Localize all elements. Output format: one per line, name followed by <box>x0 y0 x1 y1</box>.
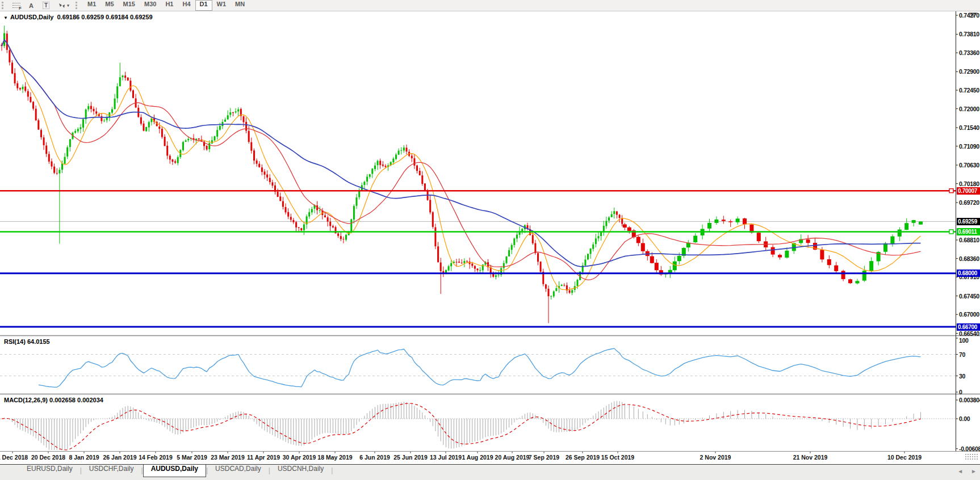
moving-average-line-8 <box>2 40 921 290</box>
chart-title: ▼AUDUSD,Daily 0.69186 0.69259 0.69184 0.… <box>3 14 153 20</box>
date-tick-label: 26 Jan 2019 <box>103 454 137 461</box>
macd-tick-label: 0.003804 <box>959 397 980 403</box>
moving-average-line-55 <box>2 40 921 267</box>
date-tick-label: 14 Feb 2019 <box>139 454 173 461</box>
price-tick-label: 0.66540 <box>959 330 979 337</box>
text-tool-icon[interactable]: A <box>24 0 39 11</box>
macd-indicator-label: MACD(12,26,9) 0.002658 0.002034 <box>4 397 103 403</box>
rsi-tick-label: 100 <box>959 337 969 344</box>
price-tick-label: 0.74270 <box>959 12 979 19</box>
timeframe-button-h1[interactable]: H1 <box>161 0 178 11</box>
rsi-tick-label: 30 <box>959 373 965 380</box>
price-tick-label: 0.73360 <box>959 49 979 56</box>
tab-scroll-right-icon[interactable]: ► <box>971 468 977 475</box>
toolbar-drag-handle[interactable] <box>2 2 6 9</box>
symbol-tab-usdcnh[interactable]: USDCNH,Daily <box>270 465 331 477</box>
price-tick-label: 0.72900 <box>959 68 979 75</box>
date-tick-label: 11 Apr 2019 <box>247 454 280 461</box>
date-tick-label: 20 Dec 2018 <box>31 454 65 461</box>
symbol-tab-bar: EURUSD,Daily | USDCHF,Daily | AUDUSD,Dai… <box>0 464 980 480</box>
text-glyph: A <box>29 2 33 9</box>
tab-separator: | <box>331 465 333 477</box>
macd-histogram <box>2 401 921 450</box>
rsi-line <box>39 348 921 387</box>
price-tick-label: 0.72000 <box>959 106 979 112</box>
fibonacci-glyph: F <box>12 2 20 9</box>
macd-signal-line <box>2 403 921 450</box>
rsi-tick-label: 70 <box>959 351 965 358</box>
arrows-glyph <box>58 2 66 9</box>
tab-scroll-left-icon[interactable]: ◄ <box>957 468 963 475</box>
timeframe-button-m15[interactable]: M15 <box>119 0 140 11</box>
date-tick-label: 13 Jul 2019 <box>430 454 462 461</box>
chart-symbol-title: AUDUSD,Daily <box>10 14 53 20</box>
price-badge-level: 0.70007 <box>957 187 980 195</box>
price-badge-current: 0.69259 <box>957 218 980 225</box>
arrows-dropdown-caret[interactable]: ▾ <box>67 3 69 8</box>
rsi-indicator-label: RSI(14) 64.0155 <box>4 338 50 345</box>
date-tick-label: 15 Oct 2019 <box>601 454 634 461</box>
price-tick-label: 0.69720 <box>959 199 979 206</box>
timeframe-button-w1[interactable]: W1 <box>212 0 231 11</box>
symbol-tab-usdcad[interactable]: USDCAD,Daily <box>208 465 269 477</box>
timeframe-button-h4[interactable]: H4 <box>178 0 195 11</box>
chart-ohlc-values: 0.69186 0.69259 0.69184 0.69259 <box>57 14 152 20</box>
trading-platform-window: F A T ▾ M1M5M15M30H1H4D1W1MN ▼AUDUSD,Dai… <box>0 0 980 480</box>
timeframe-button-m5[interactable]: M5 <box>100 0 118 11</box>
chart-canvas[interactable] <box>0 0 980 480</box>
price-tick-label: 0.71540 <box>959 124 979 131</box>
date-tick-label: 6 Jun 2019 <box>359 454 390 461</box>
date-tick-label: 8 Jan 2019 <box>69 454 99 461</box>
timeframe-button-mn[interactable]: MN <box>231 0 249 11</box>
date-tick-label: 23 Mar 2019 <box>211 454 245 461</box>
price-tick-label: 0.67450 <box>959 293 979 300</box>
date-tick-label: 26 Sep 2019 <box>566 454 600 461</box>
symbol-tab-eurusd[interactable]: EURUSD,Daily <box>19 465 80 477</box>
price-tick-label: 0.70630 <box>959 162 979 169</box>
price-tick-label: 0.68360 <box>959 255 979 262</box>
toolbar: F A T ▾ M1M5M15M30H1H4D1W1MN <box>0 0 980 11</box>
price-badge-level: 0.66700 <box>957 323 980 331</box>
macd-tick-label: -0.006087 <box>959 445 980 452</box>
label-glyph: T <box>43 2 49 9</box>
hline-handle[interactable] <box>949 230 953 234</box>
symbol-menu-arrow[interactable]: ▼ <box>3 15 8 20</box>
date-tick-label: 1 Dec 2018 <box>0 454 28 461</box>
price-tick-label: 0.68810 <box>959 237 979 243</box>
price-tick-label: 0.70180 <box>959 180 979 187</box>
date-tick-label: 2 Nov 2019 <box>700 454 731 461</box>
symbol-tab-usdchf[interactable]: USDCHF,Daily <box>82 465 141 477</box>
timeframe-toolbar-drag-handle[interactable] <box>76 2 80 9</box>
arrows-tool-icon[interactable]: ▾ <box>53 0 74 11</box>
date-tick-label: 25 Jun 2019 <box>393 454 428 461</box>
price-badge-level: 0.69011 <box>957 228 980 235</box>
candles <box>1 26 923 323</box>
price-tick-label: 0.67000 <box>959 311 979 318</box>
timeframe-button-m30[interactable]: M30 <box>140 0 161 11</box>
moving-average-line-21 <box>2 40 921 280</box>
date-tick-label: 21 Nov 2019 <box>793 454 828 461</box>
date-tick-label: 1 Aug 2019 <box>462 454 493 461</box>
text-label-tool-icon[interactable]: T <box>39 0 53 11</box>
macd-tick-label: 0.00 <box>959 415 970 422</box>
rsi-tick-label: 0 <box>959 389 962 395</box>
symbol-tab-audusd[interactable]: AUDUSD,Daily <box>143 465 206 477</box>
timeframe-button-d1[interactable]: D1 <box>195 0 212 11</box>
price-tick-label: 0.72450 <box>959 87 979 94</box>
date-tick-label: 20 Aug 2019 <box>495 454 530 461</box>
price-badge-level: 0.68000 <box>957 270 980 277</box>
date-tick-label: 18 May 2019 <box>317 454 352 461</box>
date-tick-label: 30 Apr 2019 <box>283 454 316 461</box>
date-tick-label: 10 Dec 2019 <box>887 454 922 461</box>
price-tick-label: 0.71090 <box>959 143 979 150</box>
price-tick-label: 0.73810 <box>959 31 979 37</box>
timeframe-button-m1[interactable]: M1 <box>83 0 100 11</box>
date-tick-label: 5 Mar 2019 <box>177 454 207 461</box>
date-tick-label: 7 Sep 2019 <box>529 454 559 461</box>
hline-handle[interactable] <box>949 189 953 193</box>
fibonacci-retracement-icon[interactable]: F <box>9 0 24 11</box>
